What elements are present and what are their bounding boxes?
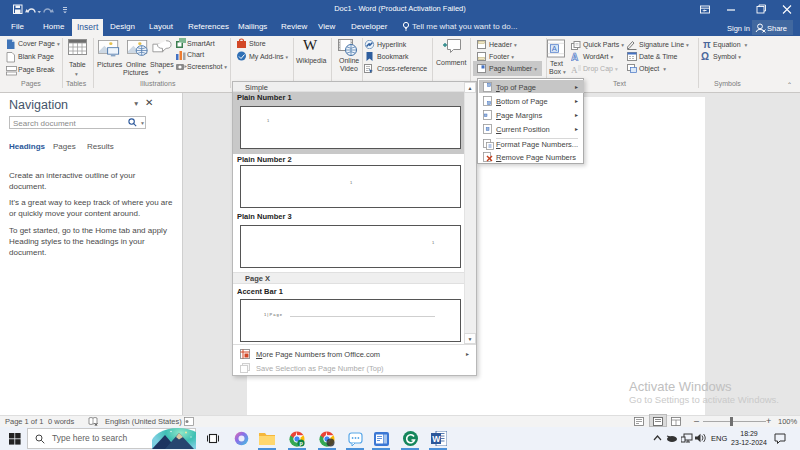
svg-text:W: W	[432, 434, 441, 444]
svg-text:A: A	[571, 52, 578, 61]
svg-text:A: A	[571, 65, 578, 74]
